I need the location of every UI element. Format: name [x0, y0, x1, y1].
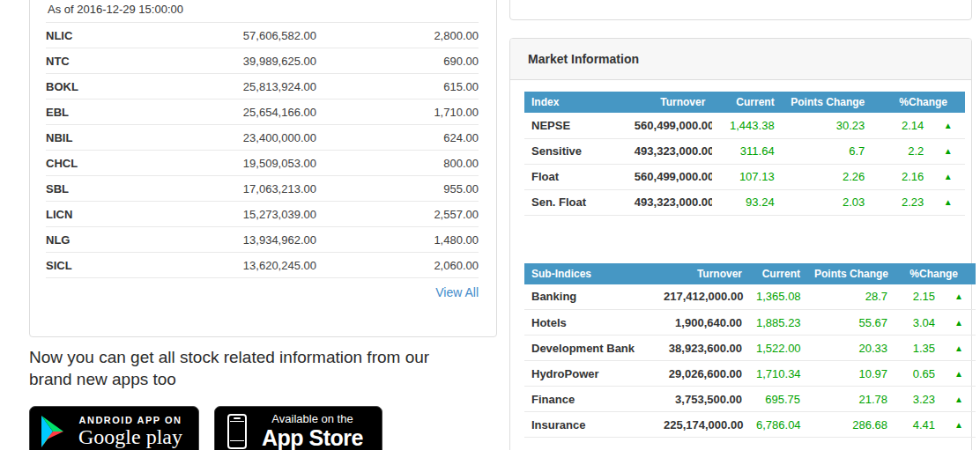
market-row: Finance3,753,500.00695.7521.783.23▲	[524, 387, 976, 412]
row-points-change: 30.23	[782, 113, 872, 138]
stock-symbol: NTC	[46, 55, 158, 68]
stock-symbol: NBIL	[46, 131, 158, 144]
stock-price: 1,480.00	[316, 233, 479, 247]
stock-turnover: 25,654,166.00	[158, 106, 316, 119]
row-pct-change: 3.04	[895, 310, 942, 336]
col-points-change: Points Change	[782, 92, 872, 113]
subindices-table-header: Sub-Indices Turnover Current Points Chan…	[524, 263, 976, 284]
row-name: Sen. Float	[524, 189, 627, 215]
col-pct-change: %Change	[895, 263, 976, 284]
up-arrow-icon: ▲	[942, 284, 976, 310]
google-play-badge-line1: ANDROID APP ON	[79, 415, 182, 425]
up-arrow-icon: ▲	[942, 387, 976, 412]
row-current: 93.24	[712, 189, 781, 215]
row-current: 1,710.34	[749, 361, 807, 387]
row-current: 6,786.04	[749, 412, 807, 438]
row-points-change: 10.97	[807, 361, 895, 387]
up-arrow-icon: ▲	[931, 189, 965, 215]
row-name: Finance	[524, 387, 657, 412]
col-points-change: Points Change	[807, 263, 895, 284]
app-store-badge[interactable]: Available on the App Store	[214, 406, 382, 450]
col-index: Index	[524, 92, 627, 113]
stock-price: 615.00	[316, 80, 479, 93]
stock-turnover: 17,063,213.00	[158, 182, 316, 195]
stock-row: NBIL23,400,000.00624.00	[46, 125, 479, 151]
stock-turnover: 57,606,582.00	[158, 29, 316, 42]
row-name: Development Bank	[524, 336, 657, 361]
row-name: Insurance	[524, 412, 657, 438]
up-arrow-icon: ▲	[942, 310, 976, 336]
row-points-change: 2.03	[782, 189, 872, 215]
row-turnover: 29,026,600.00	[657, 361, 749, 387]
stock-symbol: LICN	[46, 208, 158, 221]
stock-symbol: NLIC	[46, 29, 158, 42]
stock-turnover: 25,813,924.00	[158, 80, 316, 93]
row-turnover: 217,412,000.00	[657, 284, 749, 310]
row-current: 1,522.00	[749, 336, 807, 361]
up-arrow-icon: ▲	[942, 361, 976, 387]
up-arrow-icon: ▲	[942, 336, 976, 361]
view-all-link[interactable]: View All	[435, 285, 479, 299]
row-name: Banking	[524, 284, 657, 310]
stock-symbol: SICL	[46, 259, 158, 272]
market-row: Sen. Float493,323,000.0093.242.032.23▲	[524, 189, 965, 215]
stock-symbol: BOKL	[46, 80, 158, 93]
row-name: NEPSE	[524, 113, 627, 138]
stock-row: NLIC57,606,582.002,800.00	[46, 23, 479, 48]
row-pct-change: 0.65	[895, 361, 942, 387]
row-name: Float	[524, 164, 627, 189]
stock-list: NLIC57,606,582.002,800.00NTC39,989,625.0…	[46, 23, 479, 278]
market-row: Banking217,412,000.001,365.0828.72.15▲	[524, 284, 976, 310]
row-points-change: 21.78	[807, 387, 895, 412]
row-turnover: 560,499,000.00	[627, 164, 713, 189]
row-pct-change: 1.35	[895, 336, 942, 361]
stock-price: 2,800.00	[316, 29, 479, 42]
row-turnover: 3,753,500.00	[657, 387, 749, 412]
stock-turnover: 19,509,053.00	[158, 157, 316, 170]
stock-turnover: 23,400,000.00	[158, 131, 316, 144]
up-arrow-icon: ▲	[942, 412, 976, 438]
google-play-badge[interactable]: ANDROID APP ON Google play	[29, 406, 199, 450]
row-turnover: 38,923,600.00	[657, 336, 749, 361]
row-current: 107.13	[712, 164, 781, 189]
apps-promo-text: Now you can get all stock related inform…	[29, 346, 470, 390]
row-pct-change: 2.14	[872, 113, 931, 138]
row-current: 1,885.23	[749, 310, 807, 336]
stock-price: 2,557.00	[316, 208, 479, 221]
up-arrow-icon: ▲	[931, 113, 965, 138]
row-pct-change: 2.2	[872, 138, 931, 164]
stock-row: SICL13,620,245.002,060.00	[46, 253, 479, 278]
col-current: Current	[749, 263, 807, 284]
col-turnover: Turnover	[627, 92, 713, 113]
stock-row: CHCL19,509,053.00800.00	[46, 151, 479, 176]
row-pct-change: 2.15	[895, 284, 942, 310]
index-table: Index Turnover Current Points Change %Ch…	[524, 92, 965, 216]
row-points-change: 2.26	[782, 164, 872, 189]
market-row: Development Bank38,923,600.001,522.0020.…	[524, 336, 976, 361]
stock-price: 800.00	[316, 157, 479, 170]
row-points-change: 6.7	[782, 138, 872, 164]
row-points-change: 28.7	[807, 284, 895, 310]
stock-turnover: 13,620,245.00	[158, 259, 316, 272]
row-pct-change: 3.23	[895, 387, 942, 412]
stock-symbol: EBL	[46, 106, 158, 119]
up-arrow-icon: ▲	[931, 138, 965, 164]
up-arrow-icon: ▲	[931, 164, 965, 189]
row-name: Sensitive	[524, 138, 627, 164]
row-pct-change: 2.16	[872, 164, 931, 189]
stock-price: 1,710.00	[316, 106, 479, 119]
market-information-panel: Market Information Index Turnover Curren…	[509, 38, 972, 450]
row-current: 311.64	[712, 138, 781, 164]
stock-price: 955.00	[316, 182, 479, 195]
stock-price: 624.00	[316, 131, 479, 144]
col-subindices: Sub-Indices	[524, 263, 657, 284]
row-current: 695.75	[749, 387, 807, 412]
google-play-icon	[41, 416, 64, 447]
iphone-icon	[227, 414, 247, 449]
app-store-badge-line2: App Store	[262, 425, 363, 450]
row-turnover: 225,174,000.00	[657, 412, 749, 438]
market-row: NEPSE560,499,000.001,443.3830.232.14▲	[524, 113, 965, 138]
index-table-header: Index Turnover Current Points Change %Ch…	[524, 92, 965, 113]
stock-turnover: 15,273,039.00	[158, 208, 316, 221]
stock-turnover: 13,934,962.00	[158, 233, 316, 247]
